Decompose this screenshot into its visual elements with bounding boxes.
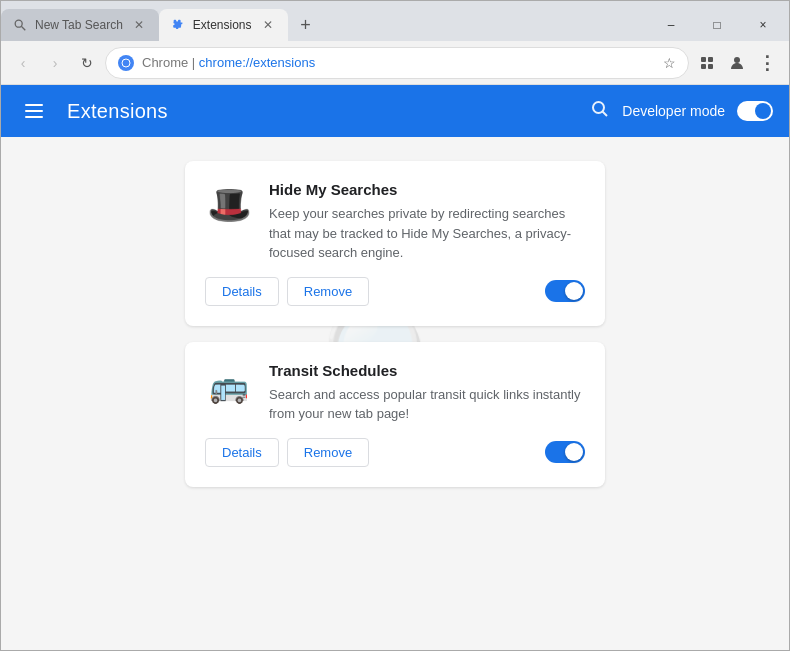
window-controls: – □ × [649,9,789,41]
header-right: Developer mode [590,99,773,123]
svg-rect-5 [701,64,706,69]
address-prefix: Chrome | [142,55,199,70]
address-text: Chrome | chrome://extensions [142,55,655,70]
transit-schedules-remove-button[interactable]: Remove [287,438,369,467]
tab-new-tab-search-close[interactable]: ✕ [131,17,147,33]
hide-my-searches-desc: Keep your searches private by redirectin… [269,204,585,263]
maximize-button[interactable]: □ [695,9,739,41]
address-bar[interactable]: Chrome | chrome://extensions ☆ [105,47,689,79]
extension-card-hide-my-searches: 🎩 Hide My Searches Keep your searches pr… [185,161,605,326]
extensions-title: Extensions [67,100,168,123]
hamburger-line-1 [25,104,43,106]
menu-button[interactable]: ⋮ [753,49,781,77]
title-bar: New Tab Search ✕ Extensions ✕ + – □ × [1,1,789,41]
address-url: chrome://extensions [199,55,315,70]
favicon [118,55,134,71]
extensions-content: 🔍 fish.com 🎩 Hide My Searches Keep your … [1,137,789,650]
toggle-knob [755,103,771,119]
hamburger-line-2 [25,110,43,112]
transit-schedules-footer: Details Remove [205,438,585,467]
hamburger-line-3 [25,116,43,118]
close-button[interactable]: × [741,9,785,41]
tab-new-tab-search[interactable]: New Tab Search ✕ [1,9,159,41]
svg-rect-4 [708,57,713,62]
hamburger-menu[interactable] [17,96,51,126]
puzzle-tab-icon [171,18,185,32]
transit-schedules-toggle[interactable] [545,441,585,463]
nav-right-controls: ⋮ [693,49,781,77]
hide-my-searches-toggle[interactable] [545,280,585,302]
search-tab-icon [13,18,27,32]
tab-extensions-label: Extensions [193,18,252,32]
new-tab-button[interactable]: + [292,11,320,39]
hide-my-searches-info: Hide My Searches Keep your searches priv… [269,181,585,263]
forward-button[interactable]: › [41,49,69,77]
developer-mode-toggle[interactable] [737,101,773,121]
refresh-button[interactable]: ↻ [73,49,101,77]
card-inner: 🎩 Hide My Searches Keep your searches pr… [205,181,585,263]
transit-schedules-details-button[interactable]: Details [205,438,279,467]
tab-new-tab-search-label: New Tab Search [35,18,123,32]
svg-point-0 [15,20,22,27]
transit-schedules-name: Transit Schedules [269,362,585,379]
transit-schedules-icon: 🚌 [205,362,253,410]
svg-rect-3 [701,57,706,62]
hide-my-searches-name: Hide My Searches [269,181,585,198]
transit-schedules-toggle-knob [565,443,583,461]
tab-extensions[interactable]: Extensions ✕ [159,9,288,41]
tab-extensions-close[interactable]: ✕ [260,17,276,33]
svg-line-9 [603,112,608,117]
minimize-button[interactable]: – [649,9,693,41]
hide-my-searches-toggle-knob [565,282,583,300]
svg-rect-6 [708,64,713,69]
transit-schedules-desc: Search and access popular transit quick … [269,385,585,424]
hide-my-searches-icon: 🎩 [205,181,253,229]
navigation-bar: ‹ › ↻ Chrome | chrome://extensions ☆ ⋮ [1,41,789,85]
card-inner: 🚌 Transit Schedules Search and access po… [205,362,585,424]
svg-point-2 [122,59,130,67]
svg-line-1 [21,26,25,30]
developer-mode-label: Developer mode [622,103,725,119]
bookmark-icon[interactable]: ☆ [663,55,676,71]
transit-schedules-info: Transit Schedules Search and access popu… [269,362,585,424]
extensions-header: Extensions Developer mode [1,85,789,137]
header-search-button[interactable] [590,99,610,123]
extension-card-transit-schedules: 🚌 Transit Schedules Search and access po… [185,342,605,487]
hide-my-searches-footer: Details Remove [205,277,585,306]
browser-window: New Tab Search ✕ Extensions ✕ + – □ × ‹ … [0,0,790,651]
svg-point-8 [593,102,604,113]
back-button[interactable]: ‹ [9,49,37,77]
hide-my-searches-remove-button[interactable]: Remove [287,277,369,306]
profile-icon-btn[interactable] [723,49,751,77]
hide-my-searches-details-button[interactable]: Details [205,277,279,306]
extensions-icon-btn[interactable] [693,49,721,77]
svg-point-7 [734,57,740,63]
